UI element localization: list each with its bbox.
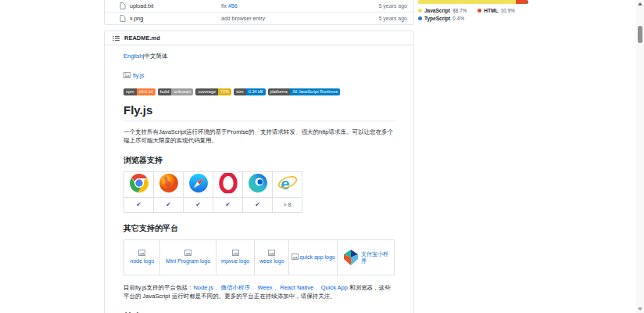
text: 目前fly.js支持的平台包括： [123, 284, 193, 291]
file-list: upload.txt fix #56 5 years ago x.png add… [104, 0, 414, 25]
file-name-link[interactable]: x.png [130, 16, 143, 21]
main-column: upload.txt fix #56 5 years ago x.png add… [104, 0, 414, 313]
readme-box: README.md English|中文简体 fly.js npmv3.0.14 [104, 31, 414, 313]
broken-image-icon [268, 250, 275, 256]
broken-image-icon [123, 72, 131, 78]
commit-age: 5 years ago [359, 16, 407, 21]
firefox-support: ✔ [154, 197, 184, 212]
browser-support-table: e ✔ ✔ ✔ ✔ ✔ > 8 [123, 171, 302, 213]
ie-icon: e [277, 173, 298, 193]
language-legend: JavaScript 88.7% HTML 10.9% TypeScript 0… [418, 8, 528, 21]
nodejs-link[interactable]: Node.js [193, 284, 213, 291]
weex-logo-broken: weex logo [256, 250, 287, 264]
chrome-icon [129, 173, 149, 193]
ie-support: > 8 [273, 197, 302, 212]
node-logo-broken: node logo [126, 250, 158, 264]
platforms-badge[interactable]: platformsAll JavaScript Runtimes [268, 88, 341, 95]
intro-paragraph: 一个支持所有JavaScript运行环境的基于Promise的、支持请求转发、强… [123, 128, 395, 145]
language-item-typescript[interactable]: TypeScript 0.4% [418, 16, 464, 21]
edge-support: ✔ [243, 197, 273, 212]
commit-message: add browser entry [221, 16, 265, 21]
language-bar-typescript [528, 0, 528, 4]
list-icon [113, 35, 120, 41]
chrome-support: ✔ [124, 197, 154, 212]
file-row[interactable]: upload.txt fix #56 5 years ago [105, 0, 413, 12]
html-dot-icon [478, 9, 481, 13]
scrollbar-thumb[interactable] [638, 26, 642, 43]
quick-app-link[interactable]: Quick App [321, 284, 348, 291]
current-language: 中文简体 [145, 52, 168, 59]
readme-body: English|中文简体 fly.js npmv3.0.14 buildunkn… [105, 45, 413, 313]
broken-image-icon [292, 254, 299, 260]
scroll-up-arrow-icon[interactable] [638, 2, 642, 5]
separator: 、 [250, 284, 258, 291]
opera-support: ✔ [213, 197, 243, 212]
safari-icon [188, 173, 209, 193]
github-repo-page: upload.txt fix #56 5 years ago x.png add… [0, 0, 644, 313]
edge-icon [248, 173, 268, 193]
broken-image-icon [232, 250, 239, 256]
size-badge[interactable]: size0.34 kB [234, 88, 265, 95]
language-bar-html [516, 0, 528, 4]
platforms-paragraph: 目前fly.js支持的平台包括：Node.js 、微信小程序 、Weex 、Re… [123, 283, 395, 300]
intro-section-heading: 简介 [123, 311, 395, 313]
readme-header: README.md [105, 31, 413, 45]
language-item-html[interactable]: HTML 10.9% [478, 8, 515, 13]
languages-panel: JavaScript 88.7% HTML 10.9% TypeScript 0… [418, 0, 528, 21]
typescript-dot-icon [418, 16, 422, 20]
vertical-scrollbar[interactable] [636, 0, 644, 313]
alipay-mini-program-logo [342, 249, 360, 266]
platform-table: node logo Mini Program logo [123, 239, 395, 275]
safari-support: ✔ [184, 197, 213, 212]
quick-app-logo-broken: quick app logo [292, 254, 335, 261]
mini-program-logo-broken: Mini Program logo [162, 250, 214, 264]
language-nav: English|中文简体 [123, 52, 395, 60]
javascript-dot-icon [418, 9, 422, 13]
badges-row: npmv3.0.14 buildunknown coverage72% size… [123, 88, 395, 95]
separator: 、 [273, 284, 281, 291]
page-title: Fly.js [123, 103, 395, 121]
coverage-badge[interactable]: coverage72% [195, 88, 231, 95]
issue-link[interactable]: #56 [228, 3, 238, 9]
broken-image-icon [138, 250, 145, 256]
readme-title: README.md [124, 34, 160, 41]
file-name-link[interactable]: upload.txt [130, 3, 153, 9]
english-doc-link[interactable]: English [123, 52, 143, 59]
language-bar-javascript [418, 0, 516, 4]
separator: 、 [313, 284, 321, 291]
file-row[interactable]: x.png add browser entry 5 years ago [105, 12, 413, 24]
opera-icon [218, 173, 238, 193]
commit-message: fix [221, 3, 228, 9]
broken-image-icon [184, 250, 191, 256]
scroll-down-arrow-icon[interactable] [638, 308, 642, 311]
alipay-mini-program-cell: 支付宝小程序 [339, 249, 392, 266]
build-badge[interactable]: buildunknown [158, 88, 194, 95]
wechat-miniprogram-link[interactable]: 微信小程序 [220, 284, 250, 291]
language-bar [418, 0, 528, 4]
commit-age: 5 years ago [359, 3, 407, 9]
platform-support-heading: 其它支持的平台 [123, 223, 395, 234]
file-icon [120, 2, 126, 9]
mpvue-logo-broken: mpvue logo [218, 250, 252, 264]
weex-link[interactable]: Weex [258, 284, 273, 291]
hero-image-alt: fly.js [133, 71, 144, 80]
npm-badge[interactable]: npmv3.0.14 [123, 88, 156, 95]
file-icon [120, 15, 126, 22]
firefox-icon [159, 173, 179, 193]
hero-image-broken: fly.js [123, 71, 144, 80]
react-native-link[interactable]: React Native [280, 284, 313, 291]
language-item-javascript[interactable]: JavaScript 88.7% [418, 8, 467, 13]
browser-support-heading: 浏览器支持 [123, 155, 395, 166]
